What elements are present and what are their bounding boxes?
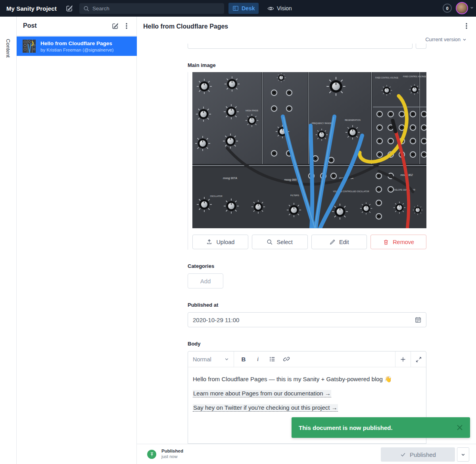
publish-status-time: just now (161, 454, 183, 459)
text-style-select[interactable]: Normal (188, 351, 234, 367)
version-selector[interactable]: Current version (425, 36, 466, 42)
chevron-down-icon (463, 38, 466, 42)
italic-button[interactable]: i (251, 351, 265, 367)
version-label: Current version (425, 36, 461, 42)
document-footer: Published just now Published (137, 444, 476, 464)
categories-label: Categories (188, 263, 214, 269)
tab-desk-label: Desk (242, 5, 255, 11)
sanity-studio: My Sanity Project Desk Vision (0, 0, 476, 464)
published-at-input[interactable]: 2020-10-29 11:00 (188, 312, 426, 327)
photo-label-filters: FILTERS (290, 194, 299, 197)
body-link-docs: Learn more about Pages from our document… (193, 390, 331, 397)
post-list-pane: Post (17, 17, 137, 464)
toast-message: This document is now published. (299, 424, 456, 431)
publish-button-label: Published (410, 451, 436, 458)
tab-vision-label: Vision (277, 5, 292, 11)
search-icon (83, 6, 90, 12)
body-label: Body (188, 341, 201, 347)
image-actions: Upload Select Edit Remove (192, 235, 426, 249)
project-title: My Sanity Project (6, 5, 57, 12)
upload-label: Upload (216, 239, 234, 245)
presence-count: 0 (446, 6, 448, 11)
clipped-field-input[interactable] (188, 44, 413, 49)
avatar[interactable] (456, 2, 468, 14)
calendar-icon[interactable] (415, 316, 422, 323)
insert-block-button[interactable] (395, 351, 411, 367)
search-bar[interactable] (79, 3, 224, 14)
remove-label: Remove (393, 239, 414, 245)
list-menu-kebab-icon[interactable] (123, 22, 130, 30)
publish-menu-button[interactable] (457, 447, 469, 462)
new-document-icon[interactable] (111, 22, 119, 30)
upload-icon (206, 239, 213, 245)
search-input[interactable] (92, 6, 211, 11)
expand-editor-button[interactable] (411, 351, 426, 367)
text-style-value: Normal (193, 356, 211, 363)
chevron-down-icon[interactable] (470, 6, 474, 10)
editor-toolbar: Normal B i (188, 351, 426, 367)
publish-status: Published just now (161, 449, 183, 459)
upload-button[interactable]: Upload (192, 235, 248, 249)
tab-desk[interactable]: Desk (228, 3, 259, 14)
photo-label-moog-907: moog 907A (223, 177, 237, 180)
photo-label-regeneration: REGENERATION (345, 119, 361, 121)
desk-panels-icon (232, 5, 239, 11)
chevron-down-icon (461, 453, 465, 457)
top-navbar: My Sanity Project Desk Vision (0, 0, 476, 17)
close-icon[interactable] (456, 424, 464, 432)
body-paragraph: Hello from Cloudflare Pages — this is my… (193, 375, 421, 383)
document-pane: Hello from Cloudflare Pages Current vers… (137, 17, 476, 464)
chevron-down-icon (225, 357, 229, 361)
publish-button[interactable]: Published (381, 447, 455, 462)
list-pane-title: Post (23, 22, 37, 29)
publish-status-label: Published (161, 449, 183, 453)
main-image-label: Main image (188, 62, 216, 68)
document-menu-kebab-icon[interactable] (463, 22, 470, 30)
post-thumbnail (23, 40, 36, 53)
photo-label-fixed-cv: FIXED CONTROL VOLTAGE (375, 77, 398, 79)
published-status-icon (147, 450, 156, 459)
select-label: Select (276, 239, 292, 245)
content-rail-tab[interactable]: Content (0, 17, 17, 464)
list-item-post[interactable]: Hello from Cloudflare Pages by Kristian … (17, 36, 137, 56)
published-at-label: Published at (188, 302, 218, 308)
select-button[interactable]: Select (252, 235, 308, 249)
list-pane-header: Post (17, 17, 136, 36)
body-paragraph: Learn more about Pages from our document… (193, 390, 421, 397)
main-image-photo[interactable]: HIGH PASS FREQUENCY RANGE REGENERATION F… (192, 72, 426, 228)
photo-label-fixed-cv-2: FIXED CONTROL VOLTAGE (403, 76, 426, 78)
list-item-subtitle: by Kristian Freeman (@signalnerve) (40, 48, 113, 52)
bullet-list-button[interactable] (265, 351, 279, 367)
clipped-field-button[interactable] (416, 44, 426, 49)
trash-icon (383, 239, 389, 245)
eye-icon (267, 5, 274, 12)
remove-button[interactable]: Remove (370, 235, 426, 249)
body-link-twitter: Say hey on Twitter if you're checking ou… (193, 404, 338, 412)
search-icon (267, 239, 273, 245)
list-item-title: Hello from Cloudflare Pages (40, 40, 113, 46)
photo-label-frequency-range: FREQUENCY RANGE (312, 122, 332, 124)
bold-button[interactable]: B (236, 351, 251, 367)
body-text: Hello from Cloudflare Pages — this is my… (193, 376, 392, 382)
tab-vision[interactable]: Vision (263, 3, 296, 14)
photo-label-high-pass: HIGH PASS (246, 109, 258, 112)
pencil-icon (329, 239, 336, 245)
content-rail-label: Content (5, 39, 11, 57)
body-paragraph: Say hey on Twitter if you're checking ou… (193, 404, 421, 411)
check-icon (400, 451, 406, 458)
presence-count-badge[interactable]: 0 (443, 4, 452, 13)
publish-success-toast: This document is now published. (292, 417, 470, 438)
compose-icon[interactable] (65, 4, 73, 12)
edit-label: Edit (339, 239, 349, 245)
photo-label-oscillator: OSCILLATOR (210, 195, 223, 197)
published-at-value: 2020-10-29 11:00 (193, 317, 415, 323)
document-title: Hello from Cloudflare Pages (143, 23, 228, 30)
field-change-bar (188, 72, 188, 250)
edit-button[interactable]: Edit (311, 235, 367, 249)
add-category-button[interactable]: Add (188, 273, 223, 288)
link-button[interactable] (279, 351, 294, 367)
